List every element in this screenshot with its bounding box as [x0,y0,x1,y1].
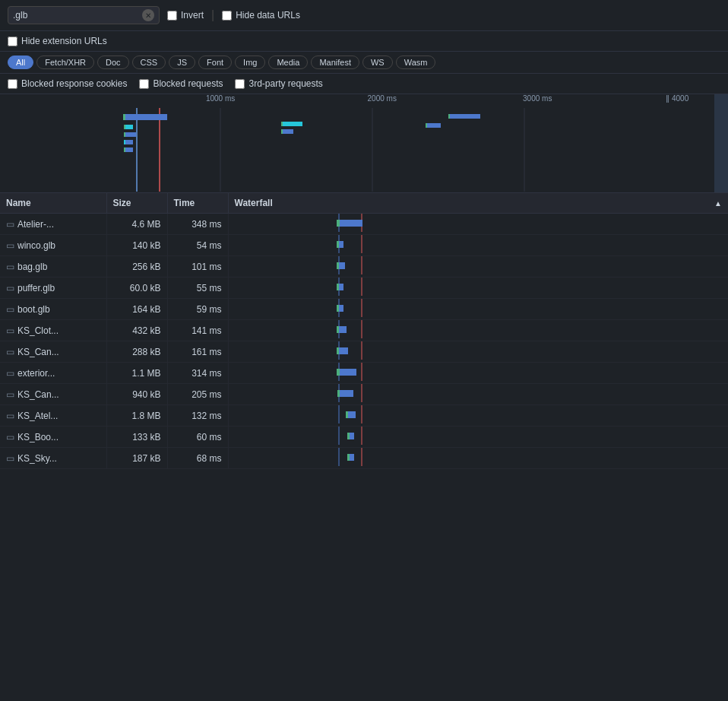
table-row[interactable]: ▭KS_Can...288 kB161 ms [0,341,728,363]
table-row[interactable]: ▭Atelier-...4.6 MB348 ms [0,214,728,235]
hide-data-urls-checkbox[interactable] [222,11,232,21]
timeline-label-3000: 3000 ms [523,94,552,103]
cell-name: ▭winco.glb [0,235,106,256]
tab-js[interactable]: JS [169,56,195,69]
cell-time: 348 ms [167,214,228,235]
blocked-row: Blocked response cookies Blocked request… [0,74,728,94]
timeline-area: 1000 ms 2000 ms 3000 ms ‖ 4000 [0,94,728,193]
svg-rect-17 [281,129,283,134]
svg-rect-54 [340,369,356,376]
cell-size: 288 kB [106,341,167,363]
table-row[interactable]: ▭KS_Clot...432 kB141 ms [0,320,728,341]
svg-rect-45 [337,326,339,333]
blocked-requests-checkbox[interactable] [139,79,149,89]
cell-waterfall [228,448,728,469]
file-icon: ▭ [6,411,14,421]
file-icon: ▭ [6,347,14,357]
table-row[interactable]: ▭bag.glb256 kB101 ms [0,256,728,278]
cell-time: 101 ms [167,256,228,278]
cell-size: 164 kB [106,299,167,320]
tab-font[interactable]: Font [198,56,232,69]
blocked-response-cookies-label[interactable]: Blocked response cookies [8,78,127,89]
table-row[interactable]: ▭winco.glb140 kB54 ms [0,235,728,256]
svg-rect-53 [337,369,340,376]
cell-name: ▭KS_Can... [0,384,106,405]
tab-css[interactable]: CSS [132,56,166,69]
waterfall-svg [229,427,729,445]
table-row[interactable]: ▭puffer.glb60.0 kB55 ms [0,278,728,299]
search-input[interactable] [13,10,142,21]
cell-name: ▭exterior... [0,363,106,384]
waterfall-svg [229,405,729,423]
tab-doc[interactable]: Doc [97,56,129,69]
table-row[interactable]: ▭KS_Boo...133 kB60 ms [0,427,728,448]
tab-img[interactable]: Img [235,56,265,69]
tab-all[interactable]: All [8,56,33,69]
hide-extension-urls-checkbox[interactable] [8,36,17,46]
file-icon: ▭ [6,219,14,230]
hide-extension-urls-label[interactable]: Hide extension URLs [8,36,720,46]
svg-rect-50 [339,347,348,354]
cell-name: ▭boot.glb [0,299,106,320]
file-icon: ▭ [6,262,14,272]
cell-name: ▭puffer.glb [0,278,106,299]
table-row[interactable]: ▭KS_Sky...187 kB68 ms [0,448,728,469]
blocked-response-cookies-checkbox[interactable] [8,79,17,89]
tab-fetch_xhr[interactable]: Fetch/XHR [36,56,94,69]
hide-data-urls-checkbox-label[interactable]: Hide data URLs [222,10,300,21]
timeline-label-4000: ‖ 4000 [666,94,688,103]
cell-name: ▭KS_Sky... [0,448,106,469]
svg-rect-6 [125,114,167,120]
waterfall-svg [229,341,729,360]
tab-wasm[interactable]: Wasm [396,56,436,69]
file-icon: ▭ [6,283,14,293]
clear-search-button[interactable]: ✕ [142,9,154,21]
cell-size: 1.8 MB [106,405,167,427]
cell-size: 60.0 kB [106,278,167,299]
cell-time: 141 ms [167,320,228,341]
th-name[interactable]: Name [0,193,106,214]
cell-size: 940 kB [106,384,167,405]
waterfall-svg [229,256,729,274]
table-row[interactable]: ▭boot.glb164 kB59 ms [0,299,728,320]
svg-rect-62 [348,411,356,418]
file-icon: ▭ [6,240,14,251]
blocked-response-cookies-text: Blocked response cookies [21,78,127,89]
cell-size: 187 kB [106,448,167,469]
waterfall-svg [229,299,729,317]
cell-name: ▭KS_Clot... [0,320,106,341]
table-row[interactable]: ▭exterior...1.1 MB314 ms [0,363,728,384]
timeline-right-accent [714,94,728,192]
svg-rect-11 [124,140,125,144]
cell-waterfall [228,320,728,341]
tab-manifest[interactable]: Manifest [311,56,359,69]
invert-checkbox[interactable] [167,11,177,21]
top-bar: ✕ Invert | Hide data URLs [0,0,728,31]
th-waterfall[interactable]: Waterfall ▲ [228,193,728,214]
svg-rect-20 [450,114,480,119]
cell-waterfall [228,405,728,427]
file-icon: ▭ [6,432,14,442]
table-row[interactable]: ▭KS_Can...940 kB205 ms [0,384,728,405]
table-row[interactable]: ▭KS_Atel...1.8 MB132 ms [0,405,728,427]
invert-checkbox-label[interactable]: Invert [167,10,204,21]
th-size[interactable]: Size [106,193,167,214]
third-party-requests-label[interactable]: 3rd-party requests [235,78,322,89]
tab-media[interactable]: Media [268,56,308,69]
blocked-requests-label[interactable]: Blocked requests [139,78,223,89]
tab-ws[interactable]: WS [362,56,393,69]
third-party-requests-text: 3rd-party requests [248,78,322,89]
th-time[interactable]: Time [167,193,228,214]
file-icon: ▭ [6,453,14,464]
svg-rect-10 [125,132,136,137]
svg-rect-42 [339,305,343,312]
cell-size: 140 kB [106,235,167,256]
cell-time: 68 ms [167,448,228,469]
cell-name: ▭KS_Boo... [0,427,106,448]
cell-time: 161 ms [167,341,228,363]
cell-size: 4.6 MB [106,214,167,235]
svg-rect-38 [339,284,343,290]
cell-name: ▭Atelier-... [0,214,106,235]
svg-rect-9 [124,132,125,137]
third-party-requests-checkbox[interactable] [235,79,245,89]
